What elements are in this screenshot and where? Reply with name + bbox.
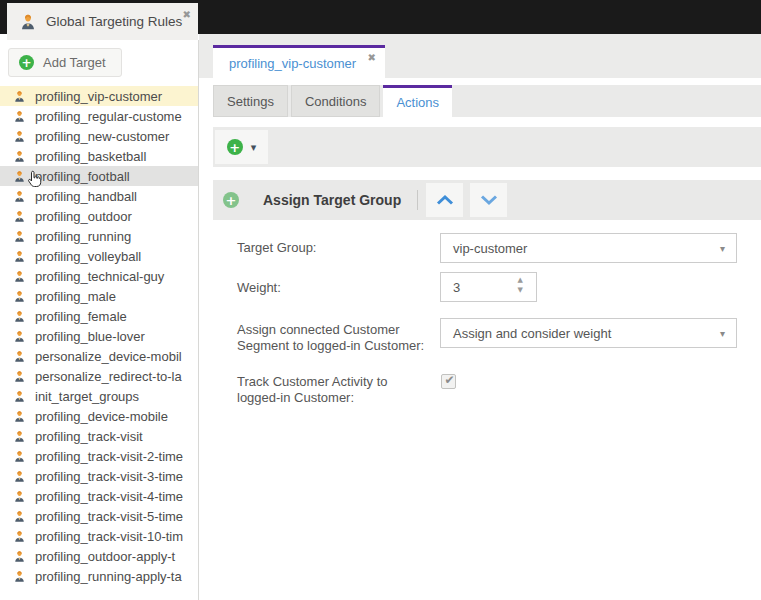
person-icon — [13, 490, 26, 503]
target-list-item-profiling_track-visit-4-time[interactable]: profiling_track-visit-4-time — [0, 486, 198, 506]
target-list-item-profiling_track-visit-5-time[interactable]: profiling_track-visit-5-time — [0, 506, 198, 526]
track-activity-checkbox[interactable]: ✔ — [441, 374, 456, 389]
section-title: Assign Target Group — [263, 192, 401, 208]
person-icon — [13, 470, 26, 483]
chevron-up-icon — [436, 194, 454, 206]
mouse-cursor-icon — [24, 169, 44, 191]
target-list-item-profiling_track-visit-10-tim[interactable]: profiling_track-visit-10-tim — [0, 526, 198, 546]
person-icon — [13, 550, 26, 563]
person-icon — [13, 310, 26, 323]
target-item-label: profiling_running-apply-ta — [35, 569, 182, 584]
target-item-label: profiling_track-visit — [35, 429, 143, 444]
subtabs: SettingsConditionsActions — [213, 85, 761, 117]
person-icon — [13, 230, 26, 243]
target-list-item-profiling_device-mobile[interactable]: profiling_device-mobile — [0, 406, 198, 426]
target-list-item-profiling_track-visit-3-time[interactable]: profiling_track-visit-3-time — [0, 466, 198, 486]
add-icon: + — [19, 55, 34, 70]
target-list-item-profiling_blue-lover[interactable]: profiling_blue-lover — [0, 326, 198, 346]
person-icon — [13, 510, 26, 523]
target-list-item-personalize_redirect-to-la[interactable]: personalize_redirect-to-la — [0, 366, 198, 386]
target-item-label: profiling_track-visit-10-tim — [35, 529, 183, 544]
person-icon — [13, 290, 26, 303]
add-target-label: Add Target — [43, 55, 106, 70]
person-icon — [13, 330, 26, 343]
tab-settings[interactable]: Settings — [213, 85, 288, 117]
weight-value: 3 — [453, 280, 460, 295]
person-icon — [13, 270, 26, 283]
action-section-header: + Assign Target Group — [213, 180, 761, 220]
checkmark-icon: ✔ — [444, 374, 454, 386]
spin-up-icon[interactable]: ▲ — [518, 277, 523, 284]
document-tab-profiling-vip-customer[interactable]: profiling_vip-customer ✖ — [213, 45, 385, 78]
caret-down-icon: ▾ — [720, 328, 725, 339]
target-list-item-profiling_female[interactable]: profiling_female — [0, 306, 198, 326]
target-item-label: profiling_outdoor-apply-t — [35, 549, 175, 564]
assign-segment-value: Assign and consider weight — [453, 326, 611, 341]
target-item-label: profiling_new-customer — [35, 129, 169, 144]
add-action-dropdown-button[interactable]: + ▾ — [215, 130, 268, 164]
person-icon — [13, 130, 26, 143]
person-icon — [13, 210, 26, 223]
move-up-button[interactable] — [426, 183, 463, 217]
target-list-item-profiling_male[interactable]: profiling_male — [0, 286, 198, 306]
move-down-button[interactable] — [470, 183, 507, 217]
person-icon — [13, 370, 26, 383]
tab-conditions[interactable]: Conditions — [291, 85, 380, 117]
assign-segment-label: Assign connected Customer Segment to log… — [237, 322, 432, 354]
target-list-item-profiling_vip-customer[interactable]: profiling_vip-customer — [0, 86, 198, 106]
track-activity-label: Track Customer Activity to logged-in Cus… — [237, 374, 432, 406]
target-item-label: profiling_blue-lover — [35, 329, 145, 344]
target-item-label: profiling_male — [35, 289, 116, 304]
target-group-label: Target Group: — [237, 240, 432, 256]
target-list-item-profiling_technical-guy[interactable]: profiling_technical-guy — [0, 266, 198, 286]
add-target-button[interactable]: + Add Target — [8, 48, 122, 77]
target-list-item-profiling_volleyball[interactable]: profiling_volleyball — [0, 246, 198, 266]
weight-label: Weight: — [237, 280, 432, 296]
close-icon[interactable]: ✖ — [368, 53, 376, 63]
target-list-item-profiling_basketball[interactable]: profiling_basketball — [0, 146, 198, 166]
target-item-label: profiling_running — [35, 229, 131, 244]
add-icon: + — [227, 139, 243, 155]
target-list-item-profiling_outdoor-apply-t[interactable]: profiling_outdoor-apply-t — [0, 546, 198, 566]
chevron-down-icon — [480, 194, 498, 206]
target-list: profiling_vip-customer profiling_regular… — [0, 86, 198, 586]
spin-down-icon[interactable]: ▼ — [518, 287, 523, 294]
target-group-dropdown[interactable]: vip-customer ▾ — [440, 233, 737, 263]
weight-stepper[interactable]: 3 ▲ ▼ — [440, 272, 537, 302]
person-icon — [19, 13, 37, 31]
person-icon — [13, 430, 26, 443]
tab-actions[interactable]: Actions — [383, 85, 452, 117]
target-list-item-profiling_running[interactable]: profiling_running — [0, 226, 198, 246]
target-item-label: profiling_outdoor — [35, 209, 132, 224]
target-list-item-profiling_outdoor[interactable]: profiling_outdoor — [0, 206, 198, 226]
target-list-item-profiling_track-visit[interactable]: profiling_track-visit — [0, 426, 198, 446]
target-item-label: profiling_basketball — [35, 149, 146, 164]
app-window: Global Targeting Rules ✖ + Add Target pr… — [0, 0, 761, 600]
person-icon — [13, 570, 26, 583]
person-icon — [13, 150, 26, 163]
target-item-label: profiling_football — [35, 169, 130, 184]
window-tab-global-targeting-rules[interactable]: Global Targeting Rules ✖ — [7, 3, 198, 40]
target-list-item-profiling_regular-custome[interactable]: profiling_regular-custome — [0, 106, 198, 126]
person-icon — [13, 90, 26, 103]
target-list-item-profiling_track-visit-2-time[interactable]: profiling_track-visit-2-time — [0, 446, 198, 466]
target-item-label: personalize_redirect-to-la — [35, 369, 182, 384]
target-item-label: profiling_handball — [35, 189, 137, 204]
person-icon — [13, 530, 26, 543]
target-list-item-personalize_device-mobil[interactable]: personalize_device-mobil — [0, 346, 198, 366]
stepper-arrows[interactable]: ▲ ▼ — [518, 277, 523, 294]
target-list-item-init_target_groups[interactable]: init_target_groups — [0, 386, 198, 406]
target-list-item-profiling_running-apply-ta[interactable]: profiling_running-apply-ta — [0, 566, 198, 586]
target-group-value: vip-customer — [453, 241, 527, 256]
close-icon[interactable]: ✖ — [183, 10, 191, 20]
target-item-label: profiling_track-visit-3-time — [35, 469, 183, 484]
target-item-label: profiling_female — [35, 309, 127, 324]
assign-segment-dropdown[interactable]: Assign and consider weight ▾ — [440, 318, 737, 348]
person-icon — [13, 350, 26, 363]
target-list-item-profiling_new-customer[interactable]: profiling_new-customer — [0, 126, 198, 146]
document-tab-title: profiling_vip-customer — [229, 56, 368, 71]
target-item-label: profiling_track-visit-5-time — [35, 509, 183, 524]
person-icon — [13, 110, 26, 123]
target-item-label: profiling_vip-customer — [35, 89, 162, 104]
target-item-label: profiling_regular-custome — [35, 109, 182, 124]
